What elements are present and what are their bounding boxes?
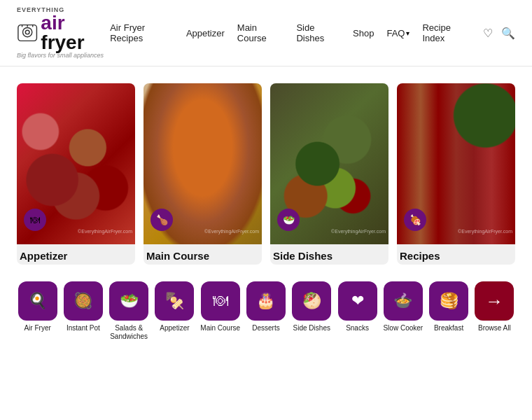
icon-item-slow-cooker[interactable]: 🍲 Slow Cooker: [382, 281, 424, 341]
icon-label-salads: Salads & Sandwiches: [108, 324, 150, 341]
instant-pot-icon: 🥘: [64, 281, 103, 321]
snacks-icon: ❤: [338, 281, 377, 321]
browse-all-icon: →: [475, 281, 514, 321]
svg-point-1: [23, 27, 32, 36]
icon-label-breakfast: Breakfast: [434, 324, 463, 332]
card-label-main-course: Main Course: [144, 244, 262, 265]
nav-faq[interactable]: FAQ ▾: [386, 28, 410, 38]
main-content: 🍽 ©EverythingAirFryer.com Appetizer 🍗 ©E…: [0, 66, 532, 352]
card-side-dishes[interactable]: 🥗 ©EverythingAirFryer.com Side Dishes: [270, 83, 388, 265]
copyright-appetizer: ©EverythingAirFryer.com: [78, 229, 132, 234]
icon-item-instant-pot[interactable]: 🥘 Instant Pot: [62, 281, 104, 341]
nav-air-fryer-recipes[interactable]: Air Fryer Recipes: [110, 22, 174, 43]
nav-faq-link[interactable]: FAQ: [386, 28, 405, 38]
icon-category-row: 🍳 Air Fryer 🥘 Instant Pot 🥗 Salads & San…: [17, 281, 515, 341]
breakfast-icon: 🥞: [429, 281, 468, 321]
logo[interactable]: EVERYTHING air fryer Big flavors for sma…: [17, 7, 110, 59]
nav-side-dishes[interactable]: Side Dishes: [296, 22, 340, 43]
icon-label-main-course: Main Course: [200, 324, 240, 332]
card-label-recipes: Recipes: [397, 244, 515, 265]
icon-label-desserts: Desserts: [252, 324, 279, 332]
main-nav: Air Fryer Recipes Appetizer Main Course …: [110, 22, 515, 43]
icon-label-air-fryer: Air Fryer: [24, 324, 50, 332]
icon-item-breakfast[interactable]: 🥞 Breakfast: [428, 281, 469, 341]
logo-tagline: Big flavors for small appliances: [17, 52, 110, 59]
nav-shop[interactable]: Shop: [353, 28, 374, 38]
icon-item-main-course[interactable]: 🍽 Main Course: [200, 281, 241, 341]
card-badge-recipes: 🍖: [404, 209, 426, 231]
nav-icon-group: ♡ 🔍: [483, 27, 515, 40]
salads-icon: 🥗: [109, 281, 148, 321]
slow-cooker-icon: 🍲: [384, 281, 423, 321]
card-label-appetizer: Appetizer: [17, 244, 135, 265]
icon-label-browse-all: Browse All: [478, 324, 511, 332]
card-recipes[interactable]: 🍖 ©EverythingAirFryer.com Recipes: [397, 83, 515, 265]
copyright-side-dishes: ©EverythingAirFryer.com: [331, 229, 386, 234]
heart-icon[interactable]: ♡: [483, 27, 493, 40]
side-dishes-icon: 🥙: [292, 281, 331, 321]
category-cards-grid: 🍽 ©EverythingAirFryer.com Appetizer 🍗 ©E…: [17, 83, 515, 265]
logo-icon: [17, 22, 38, 44]
nav-appetizer[interactable]: Appetizer: [186, 28, 225, 38]
main-course-icon: 🍽: [201, 281, 240, 321]
card-main-course[interactable]: 🍗 ©EverythingAirFryer.com Main Course: [144, 83, 262, 265]
appetizer-icon: 🍢: [155, 281, 194, 321]
card-badge-side-dishes: 🥗: [277, 209, 300, 231]
icon-label-appetizer: Appetizer: [160, 324, 189, 332]
icon-item-browse-all[interactable]: → Browse All: [474, 281, 515, 341]
card-label-side-dishes: Side Dishes: [270, 244, 388, 265]
icon-label-side-dishes: Side Dishes: [293, 324, 330, 332]
icon-label-slow-cooker: Slow Cooker: [383, 324, 423, 332]
copyright-main-course: ©EverythingAirFryer.com: [204, 229, 259, 234]
nav-main-course[interactable]: Main Course: [237, 22, 284, 43]
icon-item-snacks[interactable]: ❤ Snacks: [337, 281, 378, 341]
icon-label-instant-pot: Instant Pot: [66, 324, 100, 332]
air-fryer-icon: 🍳: [18, 281, 57, 321]
icon-item-salads[interactable]: 🥗 Salads & Sandwiches: [108, 281, 150, 341]
icon-item-appetizer[interactable]: 🍢 Appetizer: [154, 281, 195, 341]
svg-point-2: [25, 30, 29, 34]
logo-text: air fryer: [41, 13, 110, 52]
card-badge-appetizer: 🍽: [24, 209, 46, 231]
icon-label-snacks: Snacks: [346, 324, 369, 332]
icon-item-side-dishes[interactable]: 🥙 Side Dishes: [291, 281, 332, 341]
chevron-down-icon: ▾: [406, 29, 410, 37]
icon-item-desserts[interactable]: 🎂 Desserts: [245, 281, 286, 341]
card-appetizer[interactable]: 🍽 ©EverythingAirFryer.com Appetizer: [17, 83, 135, 265]
nav-recipe-index[interactable]: Recipe Index: [422, 22, 470, 43]
site-header: EVERYTHING air fryer Big flavors for sma…: [0, 0, 532, 66]
card-badge-main-course: 🍗: [150, 209, 173, 231]
icon-item-air-fryer[interactable]: 🍳 Air Fryer: [17, 281, 58, 341]
search-icon[interactable]: 🔍: [501, 27, 515, 40]
copyright-recipes: ©EverythingAirFryer.com: [458, 229, 512, 234]
desserts-icon: 🎂: [246, 281, 286, 321]
